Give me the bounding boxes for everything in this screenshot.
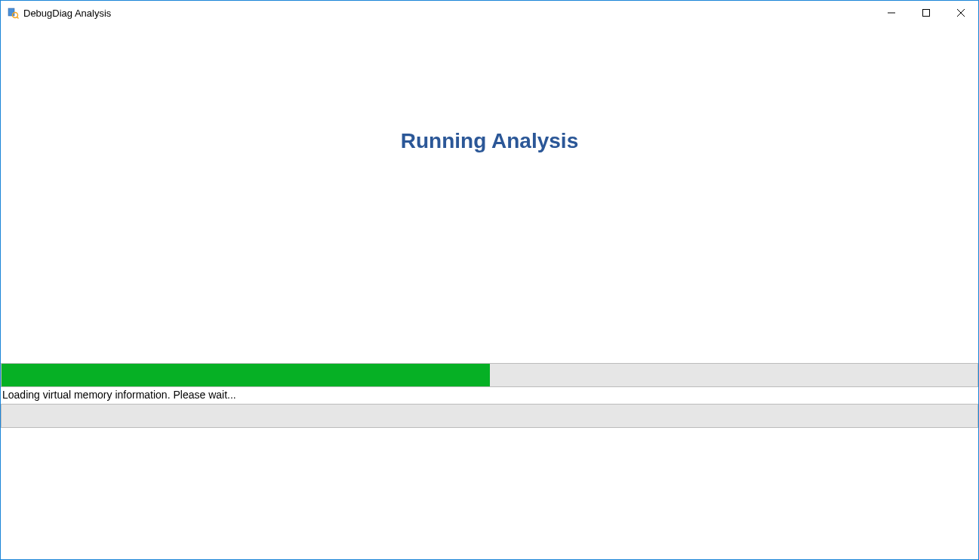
minimize-button[interactable] [874,1,909,25]
close-button[interactable] [944,1,978,25]
progress-bar-secondary [1,404,978,428]
titlebar: DebugDiag Analysis [1,1,978,25]
maximize-icon [922,9,930,17]
status-text: Loading virtual memory information. Plea… [1,387,978,404]
progress-bar-secondary-glow [802,427,977,428]
close-icon [957,9,965,17]
content-area: Running Analysis Loading virtual memory … [1,129,978,560]
minimize-icon [888,9,895,17]
titlebar-left: DebugDiag Analysis [7,7,111,19]
svg-line-2 [17,17,19,19]
svg-rect-4 [923,10,930,17]
window-title: DebugDiag Analysis [23,8,111,19]
window-controls [874,1,978,25]
progress-bar-main-fill [2,364,490,386]
maximize-button[interactable] [909,1,944,25]
progress-section: Loading virtual memory information. Plea… [1,363,978,428]
progress-bar-main-glow [802,386,977,387]
page-heading: Running Analysis [1,129,978,153]
app-icon [7,7,19,19]
progress-bar-main [1,363,978,387]
svg-rect-0 [8,8,14,16]
